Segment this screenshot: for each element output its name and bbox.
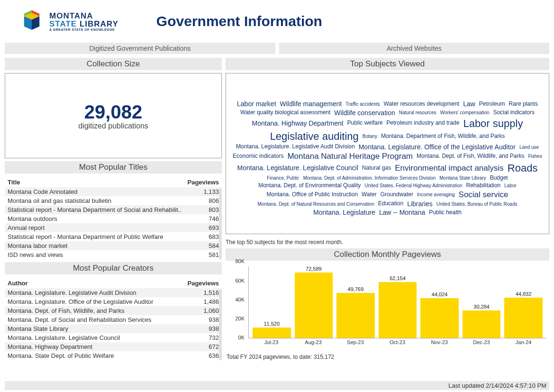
bar-rect [420, 298, 459, 338]
library-logo-icon [19, 9, 45, 34]
table-row[interactable]: Montana. Legislature. Office of the Legi… [5, 297, 222, 306]
wordcloud-term[interactable]: Law -- Montana [379, 209, 425, 216]
table-row[interactable]: Montana State Library938 [5, 324, 222, 333]
wordcloud-term[interactable]: Budget [490, 175, 508, 182]
table-row[interactable]: Montana. Dept. of Social and Rehabilitat… [5, 315, 222, 324]
wordcloud-term[interactable]: Libraries [407, 200, 433, 208]
bar[interactable]: 11,520 [253, 321, 291, 338]
wordcloud-term[interactable]: Workers' compensation [440, 110, 490, 116]
wordcloud-term[interactable]: Labor [504, 183, 517, 189]
wordcloud-term[interactable]: United States. Bureau of Public Roads [436, 201, 518, 207]
wordcloud-term[interactable]: Land use [519, 145, 539, 150]
table-row[interactable]: Montana. Dept. of Fish, Wildlife, and Pa… [5, 306, 222, 315]
table-row[interactable]: Montana Code Annotated1,133 [5, 187, 222, 196]
wordcloud-term[interactable]: Montana Natural Heritage Program [287, 152, 413, 161]
bar[interactable]: 30,284 [463, 304, 501, 338]
y-tick: 80K [235, 258, 245, 268]
table-row[interactable]: Montana. Legislature. Legislative Audit … [5, 288, 222, 297]
wordcloud-term[interactable]: Education [378, 201, 403, 207]
wordcloud-term[interactable]: Roads [508, 162, 538, 174]
bar-value-label: 72,589 [306, 266, 322, 272]
table-row[interactable]: Montana outdoors746 [5, 214, 222, 223]
bar[interactable]: 44,024 [420, 292, 459, 338]
wordcloud-term[interactable]: Rare plants [509, 101, 538, 108]
wordcloud-term[interactable]: Fishes [528, 154, 542, 159]
wordcloud-term[interactable]: Montana. Highway Department [252, 119, 344, 127]
wordcloud-term[interactable]: Montana. Legislature. Legislative Audit … [236, 144, 355, 150]
pageviews-cell: 672 [186, 343, 219, 350]
title-cell: Montana Code Annotated [8, 188, 186, 195]
wordcloud-term[interactable]: Natural resources [399, 110, 436, 116]
wordcloud-term[interactable]: Labor supply [463, 118, 523, 129]
x-tick: Aug-23 [294, 339, 333, 345]
bar[interactable]: 62,154 [379, 275, 417, 338]
wordcloud-term[interactable]: Income averaging [417, 192, 455, 198]
title-cell: Statistical report - Montana Department … [8, 233, 186, 240]
wordcloud-term[interactable]: Public health [429, 210, 462, 216]
wordcloud-term[interactable]: Montana. Dept. of Administration. Inform… [303, 175, 436, 181]
wordcloud-term[interactable]: Finance, Public [267, 175, 299, 181]
wordcloud-term[interactable]: Montana. Legislature [313, 209, 375, 216]
wordcloud-term[interactable]: Traffic accidents [345, 101, 380, 107]
wordcloud-term[interactable]: Social indicators [493, 109, 535, 116]
wordcloud-term[interactable]: Law [463, 100, 475, 108]
table-row[interactable]: Statistical report - Montana Department … [5, 232, 222, 241]
table-row[interactable]: Montana labor market584 [5, 241, 222, 250]
wordcloud-term[interactable]: Water resources development [384, 101, 460, 108]
bar[interactable]: 44,832 [504, 291, 543, 338]
table-row[interactable]: Montana. Highway Department672 [5, 342, 222, 351]
title-cell: Montana oil and gas statistical bulletin [8, 197, 186, 204]
wordcloud-term[interactable]: Social service [459, 190, 509, 200]
collection-size-label: digitized publications [78, 122, 148, 130]
wordcloud-term[interactable]: Public welfare [347, 120, 383, 127]
pageviews-cell: 746 [186, 215, 219, 222]
pageviews-cell: 938 [186, 316, 219, 323]
bar[interactable]: 72,589 [295, 266, 333, 338]
bar[interactable]: 49,769 [336, 286, 375, 338]
x-tick: Jan-24 [504, 339, 543, 345]
wordcloud-term[interactable]: Labor market [237, 100, 276, 108]
bar-value-label: 11,520 [263, 321, 280, 327]
scrollbar[interactable] [219, 290, 222, 360]
table-row[interactable]: ISD news and views581 [5, 250, 222, 259]
table-row[interactable]: Annual report693 [5, 223, 222, 232]
table-row[interactable]: Statistical report - Montana Department … [5, 205, 222, 214]
wordcloud-term[interactable]: Montana. Legislature. Office of the Legi… [359, 143, 516, 151]
wordcloud-term[interactable]: Wildlife management [280, 100, 342, 108]
wordcloud-term[interactable]: Environmental impact analysis [395, 164, 504, 173]
bar-value-label: 44,024 [432, 292, 448, 297]
wordcloud-term[interactable]: Water [362, 191, 377, 198]
wordcloud-term[interactable]: Legislative auditing [270, 130, 359, 142]
table-row[interactable]: Montana oil and gas statistical bulletin… [5, 196, 222, 205]
table-row[interactable]: Montana. State Dept. of Public Welfare63… [5, 351, 222, 360]
wordcloud-term[interactable]: Montana. Department of Fish, Wildlife, a… [381, 133, 505, 140]
pageviews-cell: 732 [186, 334, 219, 341]
x-tick: Nov-23 [420, 339, 459, 345]
wordcloud-term[interactable]: Wildlife conservation [334, 109, 395, 117]
pageviews-cell: 581 [186, 251, 219, 258]
wordcloud-term[interactable]: Economic indicators [233, 153, 283, 160]
wordcloud-term[interactable]: United States. Federal Highway Administr… [364, 183, 462, 189]
wordcloud-term[interactable]: Water quality biological assessment [240, 109, 330, 116]
scrollbar[interactable] [219, 189, 222, 259]
wordcloud-term[interactable]: Montana. Dept. of Natural Resources and … [258, 201, 374, 207]
wordcloud-term[interactable]: Montana. Dept. of Environmental Quality [258, 182, 361, 189]
wordcloud-term[interactable]: Botany [363, 134, 377, 139]
wordcloud-term[interactable]: Montana State Library [439, 175, 486, 181]
tab-archived-websites[interactable]: Archived Websites [279, 43, 550, 54]
table-row[interactable]: Montana. Legislature. Legislative Counci… [5, 333, 222, 342]
y-tick: 40K [235, 297, 245, 303]
y-tick: 20K [235, 316, 245, 319]
wordcloud-term[interactable]: Montana. Office of Public Instruction [267, 191, 358, 198]
wordcloud-term[interactable]: Rehabilitation [466, 182, 501, 189]
pageviews-cell: 803 [186, 206, 219, 213]
wordcloud-term[interactable]: Montana. Legislature. Legislative Counci… [237, 164, 358, 172]
title-cell: Statistical report - Montana Department … [8, 206, 186, 213]
wordcloud-term[interactable]: Natural gas [362, 165, 391, 172]
tab-digitized-publications[interactable]: Digitized Government Publications [5, 43, 275, 54]
wordcloud-term[interactable]: Petroleum industry and trade [386, 120, 459, 127]
title-cell: ISD news and views [8, 251, 186, 258]
wordcloud-term[interactable]: Montana. Dept. of Fish, Wildlife, and Pa… [417, 153, 524, 160]
wordcloud-term[interactable]: Groundwater [381, 191, 413, 198]
wordcloud-term[interactable]: Petroleum [479, 101, 505, 108]
